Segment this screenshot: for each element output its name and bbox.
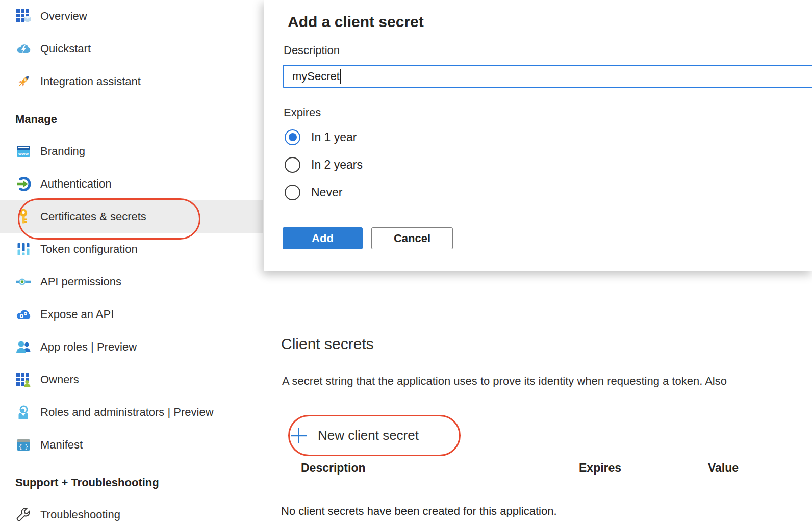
radio-label: In 2 years (311, 158, 363, 172)
radio-label: Never (311, 186, 342, 199)
table-header-divider (282, 488, 812, 488)
rocket-icon (15, 73, 32, 90)
sidebar-item-label: Roles and administrators | Preview (40, 406, 214, 419)
sidebar-item-roles-and-administrators[interactable]: Roles and administrators | Preview (0, 396, 263, 429)
sidebar-item-quickstart[interactable]: Quickstart (0, 33, 263, 65)
description-input-value: mySecret (292, 70, 340, 83)
radio-label: In 1 year (311, 130, 357, 144)
new-client-secret-label: New client secret (318, 428, 419, 443)
description-input[interactable]: mySecret (283, 65, 812, 88)
svg-text:{ }: { } (19, 444, 28, 450)
sidebar-item-api-permissions[interactable]: API permissions (0, 266, 263, 298)
sidebar-item-token-configuration[interactable]: Token configuration (0, 233, 263, 266)
radio-button-selected[interactable] (285, 129, 300, 145)
new-client-secret-button[interactable]: New client secret (291, 415, 419, 456)
sidebar-item-label: API permissions (40, 275, 121, 288)
sidebar-item-label: Troubleshooting (40, 508, 120, 521)
expose-api-icon (15, 306, 32, 323)
add-client-secret-dialog: Add a client secret Description mySecret… (264, 0, 812, 271)
column-header-description: Description (301, 461, 366, 475)
sidebar-item-label: Branding (40, 145, 85, 158)
radio-in-1-year[interactable]: In 1 year (285, 128, 357, 146)
radio-never[interactable]: Never (285, 183, 342, 201)
sidebar-item-label: Token configuration (40, 243, 138, 256)
sidebar-item-label: Authentication (40, 177, 111, 191)
description-label: Description (284, 44, 340, 57)
sidebar-item-app-roles[interactable]: App roles | Preview (0, 331, 263, 363)
sidebar-section-manage: Manage (15, 108, 263, 130)
api-permissions-icon (15, 274, 32, 290)
svg-text:www: www (18, 151, 29, 156)
radio-button[interactable] (285, 157, 300, 173)
branding-icon: www (15, 143, 32, 160)
sidebar-item-certificates-secrets[interactable]: Certificates & secrets (0, 200, 263, 233)
roles-admins-icon (15, 404, 32, 420)
radio-in-2-years[interactable]: In 2 years (285, 156, 363, 173)
column-header-value: Value (708, 461, 739, 475)
manifest-icon: { } (15, 437, 32, 453)
sidebar-divider (15, 497, 241, 497)
sidebar-item-label: Certificates & secrets (40, 210, 146, 223)
sidebar-item-owners[interactable]: Owners (0, 363, 263, 396)
expires-label: Expires (284, 106, 321, 119)
sidebar-item-manifest[interactable]: { } Manifest (0, 429, 263, 461)
wrench-icon (15, 507, 32, 523)
plus-icon (291, 427, 307, 444)
sidebar-item-expose-an-api[interactable]: Expose an API (0, 298, 263, 331)
sidebar-item-troubleshooting[interactable]: Troubleshooting (0, 498, 263, 527)
owners-icon (15, 372, 32, 388)
sidebar-item-label: Expose an API (40, 308, 114, 321)
client-secrets-description: A secret string that the application use… (282, 375, 727, 388)
token-configuration-icon (15, 241, 32, 257)
authentication-icon (15, 176, 32, 192)
empty-table-message: No client secrets have been created for … (281, 505, 557, 518)
sidebar-nav: Overview Quickstart Integration assistan… (0, 0, 263, 527)
cancel-button[interactable]: Cancel (371, 227, 453, 249)
dialog-title: Add a client secret (288, 13, 424, 31)
text-caret (340, 69, 341, 84)
key-icon (15, 208, 32, 225)
sidebar-item-label: Owners (40, 373, 79, 386)
sidebar-divider (15, 134, 241, 134)
column-header-expires: Expires (579, 461, 621, 475)
radio-button[interactable] (285, 185, 300, 200)
add-button[interactable]: Add (283, 227, 363, 249)
people-icon (15, 339, 32, 355)
overview-icon (15, 8, 32, 24)
client-secrets-table-header: Description Expires Value (0, 461, 812, 478)
sidebar-item-label: App roles | Preview (40, 340, 137, 354)
sidebar-item-authentication[interactable]: Authentication (0, 168, 263, 200)
sidebar-item-label: Manifest (40, 438, 83, 452)
sidebar-item-label: Quickstart (40, 42, 91, 56)
sidebar-item-integration-assistant[interactable]: Integration assistant (0, 65, 263, 98)
sidebar-item-branding[interactable]: www Branding (0, 135, 263, 168)
sidebar-item-label: Integration assistant (40, 75, 141, 88)
table-bottom-divider (282, 525, 812, 525)
client-secrets-heading: Client secrets (281, 335, 374, 353)
sidebar-item-label: Overview (40, 10, 87, 23)
quickstart-icon (15, 41, 32, 57)
sidebar-item-overview[interactable]: Overview (0, 0, 263, 33)
